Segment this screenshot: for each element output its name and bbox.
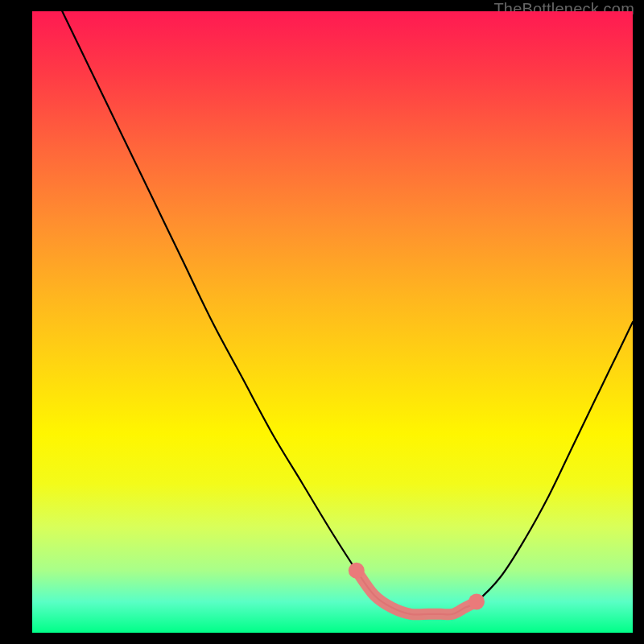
chart-frame: TheBottleneck.com — [0, 0, 644, 644]
plateau-end-dot — [469, 593, 485, 609]
plateau-overlay — [349, 563, 485, 615]
main-curve — [62, 11, 633, 614]
curve-svg — [32, 11, 633, 633]
plateau-stroke — [357, 571, 477, 615]
plateau-start-dot — [349, 563, 365, 579]
plot-area — [32, 11, 633, 633]
